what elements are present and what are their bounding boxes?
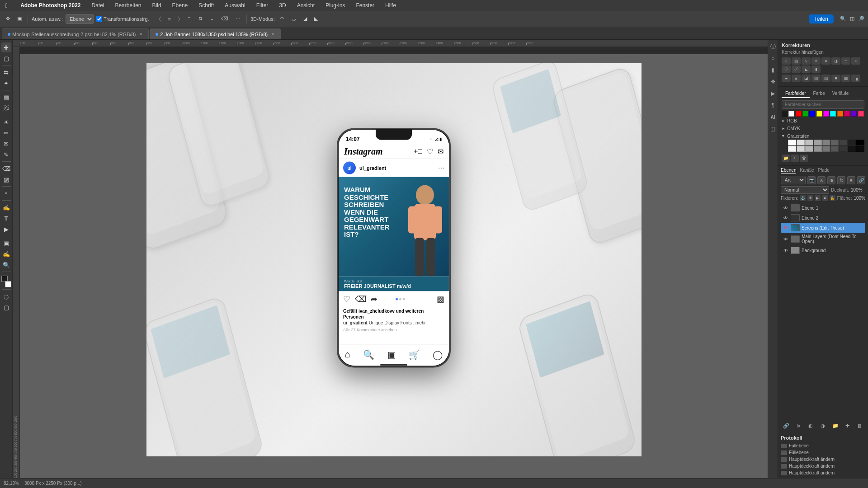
fix-icon-3[interactable]: ▶	[815, 195, 820, 201]
menu-plugins[interactable]: Plug-ins	[324, 1, 347, 9]
transformations-checkbox[interactable]	[96, 16, 102, 22]
layer-item-ebene2[interactable]: 👁 Ebene 2	[781, 213, 865, 223]
color-swatch[interactable]	[858, 111, 864, 117]
background-color[interactable]	[5, 281, 11, 287]
eyedropper-tool[interactable]: ⛆	[1, 103, 11, 113]
menu-3d[interactable]: 3D	[277, 1, 288, 9]
gs-swatch[interactable]	[814, 140, 822, 145]
color-swatch[interactable]	[823, 111, 829, 117]
corr-blackwhite[interactable]: ▪	[851, 57, 860, 65]
ebene-select[interactable]: Ebene	[66, 14, 94, 24]
color-swatch[interactable]	[809, 111, 815, 117]
threed-btn4[interactable]: ◣	[312, 15, 320, 23]
corr-vibrance[interactable]: ★	[821, 57, 830, 65]
gs-swatch[interactable]	[797, 140, 805, 145]
corr-invert[interactable]: ▮	[811, 66, 821, 73]
gs-swatch[interactable]	[822, 146, 830, 152]
ig-nav-home[interactable]: ⌂	[345, 349, 350, 360]
ig-share-btn[interactable]: ➦	[371, 294, 377, 304]
corr-brightness[interactable]: ☼	[782, 57, 791, 65]
ig-nav-reels[interactable]: ▣	[387, 349, 396, 360]
layer-delete-btn[interactable]: 🗑	[856, 422, 863, 429]
menu-bild[interactable]: Bild	[151, 1, 163, 9]
layer-vis-3[interactable]: 👁	[783, 225, 789, 231]
search-icon[interactable]: 🔍	[840, 16, 846, 22]
corr-pattern[interactable]: ▗	[851, 75, 860, 82]
gradient-tool[interactable]: ▨	[1, 174, 11, 184]
layer-fx-btn[interactable]: fx	[795, 422, 802, 429]
graustufen-group-header[interactable]: ► Graustufen	[782, 133, 864, 140]
ebenen-tab-layers[interactable]: Ebenen	[781, 168, 796, 174]
align-top-btn[interactable]: ⌃	[185, 15, 193, 23]
fix-icon-1[interactable]: ⚓	[800, 195, 805, 201]
corr-exposure[interactable]: ☀	[811, 57, 821, 65]
eraser-tool[interactable]: ⌫	[1, 164, 11, 174]
corr-gradient[interactable]: ▩	[841, 75, 850, 82]
type-tool[interactable]: T	[1, 213, 11, 223]
ig-like-btn[interactable]: ♡	[343, 294, 350, 304]
zoom-icon[interactable]: 🔎	[858, 16, 864, 22]
filter-btn-5[interactable]: ■	[847, 176, 855, 184]
corr-selectivecolor[interactable]: ◪	[802, 75, 811, 82]
gs-swatch[interactable]	[830, 146, 839, 152]
align-right2-btn[interactable]: ⌫	[219, 15, 231, 23]
align-right-btn[interactable]: 〉	[176, 15, 182, 23]
color-swatch[interactable]	[830, 111, 836, 117]
rectangular-marquee-tool[interactable]: ▢	[1, 53, 11, 63]
tab-2[interactable]: 2-Job-Banner-1080x1350.psd bei 135% (RGB…	[150, 28, 281, 39]
color-swatch[interactable]	[802, 111, 808, 117]
quick-mask-btn[interactable]: ◌	[1, 291, 11, 301]
corr-solid[interactable]: ■	[831, 75, 840, 82]
fix-icon-2[interactable]: ✚	[807, 195, 813, 201]
actions-icon[interactable]: ▶	[769, 89, 777, 98]
panel-icon-trash[interactable]: 🗑	[800, 155, 808, 162]
color-swatches[interactable]	[1, 276, 11, 287]
layer-vis-5[interactable]: 👁	[783, 247, 789, 253]
move-tool-btn[interactable]: ✥	[4, 15, 12, 23]
tab1-close[interactable]: ✕	[139, 32, 143, 37]
layer-vis-1[interactable]: 👁	[783, 205, 789, 211]
clone-stamp-tool[interactable]: ✉	[1, 139, 11, 149]
canvas-scroll[interactable]: 14:07 ∙∙∙ ◿ ▮ Instagram	[20, 54, 768, 478]
rgb-group-header[interactable]: ► RGB	[782, 117, 864, 124]
type-icon[interactable]: AI	[769, 113, 777, 121]
gs-swatch[interactable]	[839, 140, 847, 145]
gs-swatch[interactable]	[848, 146, 856, 152]
corr-hue[interactable]: ◑	[831, 57, 840, 65]
menu-fenster[interactable]: Fenster	[354, 1, 376, 9]
tab-farbfelder[interactable]: Farbfelder	[782, 89, 810, 98]
align-middle-btn[interactable]: ⇅	[196, 15, 205, 23]
gs-swatch[interactable]	[814, 146, 822, 152]
spot-healing-tool[interactable]: ☀	[1, 117, 11, 127]
menu-auswahl[interactable]: Auswahl	[223, 1, 247, 9]
gs-swatch[interactable]	[839, 146, 847, 152]
fix-icon-5[interactable]: 🔒	[830, 195, 835, 201]
menu-ansicht[interactable]: Ansicht	[295, 1, 316, 9]
tab-1[interactable]: Mockup-Stellenausschreibung-2.psd bei 82…	[2, 28, 149, 39]
layer-new-btn[interactable]: ✚	[844, 422, 851, 429]
color-swatch[interactable]	[816, 111, 822, 117]
gs-swatch[interactable]	[822, 140, 830, 145]
ig-bookmark-btn[interactable]: ▩	[437, 294, 444, 304]
corr-channelmixer[interactable]: ☍	[792, 66, 801, 73]
crop-tool[interactable]: ▦	[1, 92, 11, 102]
corr-photofilter[interactable]: ☉	[782, 66, 791, 73]
ig-nav-profile[interactable]: ◯	[433, 349, 443, 360]
quick-select-tool[interactable]: ✦	[1, 78, 11, 88]
ebenen-tab-kanaele[interactable]: Kanäle	[800, 168, 814, 174]
panels-icon[interactable]: ◫	[850, 16, 854, 22]
navigation-icon[interactable]: ✥	[769, 78, 777, 86]
layer-item-screens[interactable]: 👁 Screens (Edit These)	[781, 223, 865, 233]
threed-btn1[interactable]: ◠	[278, 15, 287, 23]
layer-mask-btn[interactable]: ◐	[807, 422, 814, 429]
character-icon[interactable]: ◫	[769, 125, 777, 133]
lasso-tool[interactable]: ⇆	[1, 67, 11, 77]
threed-btn3[interactable]: ◢	[301, 15, 309, 23]
gs-swatch[interactable]	[856, 140, 864, 145]
hand-tool[interactable]: ✍	[1, 249, 11, 259]
path-select-tool[interactable]: ▶	[1, 224, 11, 234]
info-icon[interactable]: ⓘ	[769, 42, 777, 51]
ig-heart-icon[interactable]: ♡	[427, 147, 433, 156]
corr-posterize[interactable]: ▰	[782, 75, 791, 82]
gs-swatch[interactable]	[856, 146, 864, 152]
